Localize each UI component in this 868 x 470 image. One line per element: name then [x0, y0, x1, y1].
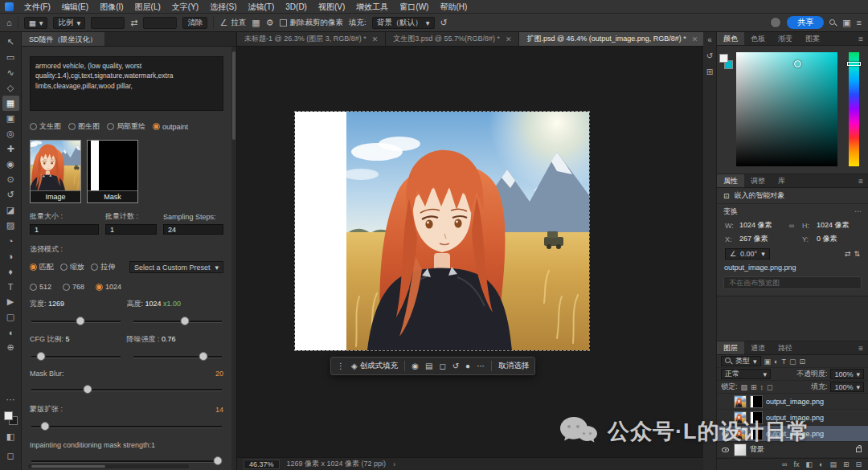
tool-preset-button[interactable]: ▦ ▾	[24, 17, 48, 29]
mode-outpaint[interactable]: outpaint	[153, 123, 188, 131]
visibility-toggle[interactable]	[720, 412, 731, 423]
mode-txt2img[interactable]: 文生图	[30, 121, 61, 132]
batch-size-input[interactable]: 1	[30, 224, 99, 235]
mask-thumbnail[interactable]: Mask	[87, 140, 138, 203]
filter-shape-layers-icon[interactable]: ▢	[789, 358, 796, 366]
angle-field[interactable]: ∠ 0.00° ▾	[725, 248, 770, 260]
preset-dropdown[interactable]: Select a Custom Preset ▾	[129, 261, 223, 273]
slider-knob[interactable]	[76, 317, 84, 325]
undo-icon[interactable]: ↺	[452, 362, 459, 370]
visibility-toggle[interactable]	[720, 444, 731, 455]
layer-row[interactable]: output_image.png	[717, 410, 868, 426]
workspace-layout-icon[interactable]: ▣	[842, 18, 850, 27]
search-icon[interactable]	[829, 19, 837, 27]
tab-layers[interactable]: 图层	[717, 341, 744, 354]
layer-thumbnail[interactable]	[734, 411, 747, 424]
zoom-tool[interactable]: ⊕	[2, 340, 19, 355]
document-tab[interactable]: 文生图3.psd @ 55.7%(RGB/8#) *✕	[386, 32, 519, 46]
lock-position-icon[interactable]: ↕	[760, 383, 764, 391]
flip-vertical-icon[interactable]: ⇅	[854, 250, 860, 258]
slider-knob[interactable]	[41, 422, 50, 431]
layer-row-background[interactable]: 背景	[717, 442, 868, 458]
flip-horizontal-icon[interactable]: ⇄	[845, 250, 851, 258]
menu-image[interactable]: 图像(I)	[94, 0, 129, 14]
canvas-viewport[interactable]: ⋮ ◈ 创成式填充 ◉ ▤ ◻ ↺ ● ⋯ 取消选择	[237, 47, 703, 457]
add-mask-icon[interactable]: ◧	[805, 460, 813, 468]
slider-knob[interactable]	[84, 385, 92, 394]
brush-icon[interactable]: ◉	[411, 362, 419, 370]
generative-fill-button[interactable]: ◈ 创成式填充	[351, 361, 398, 371]
foreground-background-swatches[interactable]	[719, 54, 733, 69]
resize-mode-scale[interactable]: 缩放	[60, 262, 84, 272]
tab-color[interactable]: 颜色	[717, 32, 744, 45]
link-dimensions-icon[interactable]: ∞	[784, 222, 799, 230]
opacity-dropdown[interactable]: 100% ▾	[830, 369, 864, 379]
menu-help[interactable]: 帮助(H)	[434, 0, 473, 14]
image-thumbnail[interactable]: Image	[30, 140, 81, 203]
gradient-tool[interactable]: ▨	[2, 218, 19, 233]
lock-all-icon[interactable]: ◻	[767, 383, 772, 391]
history-brush-tool[interactable]: ↺	[2, 187, 19, 202]
shape-tool[interactable]: ▢	[2, 309, 19, 325]
layer-name[interactable]: output_image.png	[766, 414, 824, 422]
menu-plugins[interactable]: 增效工具	[350, 0, 394, 14]
layer-name[interactable]: 背景	[750, 444, 764, 455]
crop-tool[interactable]: ▦	[2, 96, 19, 111]
quick-select-tool[interactable]: ◇	[2, 80, 19, 96]
sd-panel-hscrollbar[interactable]	[28, 464, 189, 468]
resize-mode-match[interactable]: 匹配	[30, 262, 54, 272]
straighten-button[interactable]: ∠ 拉直	[219, 18, 246, 28]
filter-type-layers-icon[interactable]: T	[781, 358, 786, 366]
close-icon[interactable]: ✕	[506, 35, 512, 43]
panel-menu-icon[interactable]: ≡	[854, 174, 868, 187]
panel-menu-icon[interactable]: ≡	[854, 341, 868, 354]
menu-view[interactable]: 视图(V)	[313, 0, 350, 14]
overlay-grid-icon[interactable]: ▦	[252, 18, 260, 27]
tab-patterns[interactable]: 图案	[799, 32, 826, 45]
width-slider[interactable]	[30, 316, 122, 326]
menu-window[interactable]: 窗口(W)	[394, 0, 434, 14]
size-1024[interactable]: 1024	[96, 283, 121, 291]
document-tab-active[interactable]: 扩图.psd @ 46.4% (output_image.png, RGB/8#…	[519, 32, 706, 46]
x-field[interactable]: 267 像素	[739, 234, 781, 244]
hand-tool[interactable]: ◖	[2, 325, 19, 340]
menu-file[interactable]: 文件(F)	[18, 0, 56, 14]
filter-pixel-layers-icon[interactable]: ▣	[764, 358, 772, 366]
delete-layer-icon[interactable]: ⊟	[855, 460, 862, 468]
panel-menu-icon[interactable]: ≡	[854, 32, 868, 45]
actions-panel-icon[interactable]: ⊞	[706, 67, 713, 76]
slider-knob[interactable]	[180, 317, 189, 325]
layer-mask-thumbnail[interactable]	[750, 411, 763, 424]
steps-input[interactable]: 24	[163, 224, 223, 235]
gear-icon[interactable]: ⚙	[266, 18, 274, 27]
eraser-tool[interactable]: ◪	[2, 202, 19, 218]
eyedropper-tool[interactable]: ◎	[2, 126, 19, 141]
deselect-button[interactable]: 取消选择	[498, 361, 529, 371]
brush-tool[interactable]: ◉	[2, 157, 19, 172]
marquee-tool[interactable]: ▭	[2, 50, 19, 65]
menu-filter[interactable]: 滤镜(T)	[243, 0, 280, 14]
scrollbar-thumb[interactable]	[31, 465, 105, 468]
taskbar-handle-icon[interactable]: ⋮	[337, 362, 345, 370]
mode-img2img[interactable]: 图生图	[68, 121, 100, 132]
transform-options-icon[interactable]: ⋯	[854, 207, 862, 215]
clear-button[interactable]: 清除	[182, 17, 207, 29]
batch-count-input[interactable]: 1	[105, 224, 157, 235]
tab-paths[interactable]: 路径	[772, 341, 799, 354]
ratio-height-input[interactable]	[143, 17, 177, 29]
screen-mode-icon[interactable]: ◻	[2, 448, 19, 464]
y-field[interactable]: 0 像素	[817, 234, 858, 244]
blur-tool[interactable]: ◔	[2, 233, 19, 248]
menu-3d[interactable]: 3D(D)	[280, 0, 313, 14]
filter-adjustment-layers-icon[interactable]: ◐	[774, 358, 778, 366]
resize-mode-stretch[interactable]: 拉伸	[91, 262, 115, 272]
height-field[interactable]: 1024 像素	[817, 220, 858, 231]
denoise-slider[interactable]	[132, 351, 224, 362]
sd-panel-tab[interactable]: SD随件（眼坐汉化）	[22, 32, 104, 46]
sd-panel-scrollbar[interactable]	[231, 47, 236, 470]
share-button[interactable]: 共享	[787, 16, 824, 29]
ratio-width-input[interactable]	[91, 17, 125, 29]
foreground-background-swatches[interactable]	[4, 411, 18, 425]
healing-tool[interactable]: ✚	[2, 141, 19, 157]
cfg-slider[interactable]	[30, 351, 122, 362]
